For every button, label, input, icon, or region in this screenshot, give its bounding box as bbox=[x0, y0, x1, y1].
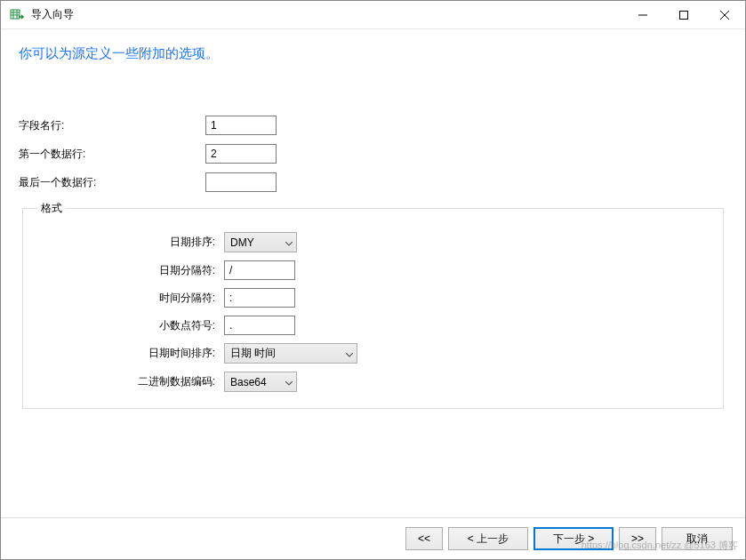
chevron-down-icon bbox=[346, 348, 353, 360]
chevron-down-icon bbox=[285, 236, 293, 249]
datetime-order-label: 日期时间排序: bbox=[37, 346, 224, 361]
decimal-sym-label: 小数点符号: bbox=[37, 318, 224, 333]
field-name-row-input[interactable] bbox=[205, 116, 277, 135]
content-area: 你可以为源定义一些附加的选项。 字段名行: 第一个数据行: 最后一个数据行: 格… bbox=[1, 29, 745, 409]
last-data-row: 最后一个数据行: bbox=[19, 172, 727, 192]
datetime-order-select[interactable]: 日期 时间 bbox=[224, 343, 357, 364]
maximize-button[interactable] bbox=[663, 1, 704, 29]
first-data-row: 第一个数据行: bbox=[19, 144, 727, 164]
window-title: 导入向导 bbox=[31, 7, 622, 22]
datetime-order-value: 日期 时间 bbox=[230, 346, 276, 361]
date-order-label: 日期排序: bbox=[37, 235, 224, 250]
date-order-select[interactable]: DMY bbox=[224, 232, 297, 252]
format-legend: 格式 bbox=[37, 201, 66, 216]
footer: << < 上一步 下一步 > >> 取消 bbox=[1, 517, 745, 559]
date-sep-input[interactable] bbox=[224, 260, 295, 280]
chevron-down-icon bbox=[285, 376, 293, 388]
date-sep-row: 日期分隔符: bbox=[37, 260, 709, 280]
headline: 你可以为源定义一些附加的选项。 bbox=[19, 45, 727, 62]
binary-enc-label: 二进制数据编码: bbox=[37, 374, 224, 389]
date-sep-label: 日期分隔符: bbox=[37, 263, 224, 278]
time-sep-row: 时间分隔符: bbox=[37, 288, 709, 308]
time-sep-label: 时间分隔符: bbox=[37, 291, 224, 306]
first-button[interactable]: << bbox=[405, 527, 443, 550]
decimal-sym-row: 小数点符号: bbox=[37, 316, 709, 335]
time-sep-input[interactable] bbox=[224, 288, 295, 308]
minimize-button[interactable] bbox=[622, 1, 663, 29]
svg-rect-6 bbox=[680, 11, 688, 19]
next-button[interactable]: 下一步 > bbox=[533, 527, 614, 550]
prev-button[interactable]: < 上一步 bbox=[448, 527, 528, 550]
format-group: 格式 日期排序: DMY 日期分隔符: 时间分隔符: 小数点符号: 日期时间排序… bbox=[22, 201, 724, 409]
datetime-order-row: 日期时间排序: 日期 时间 bbox=[37, 343, 709, 364]
last-data-row-input[interactable] bbox=[205, 172, 277, 192]
titlebar: 导入向导 bbox=[1, 1, 745, 29]
field-name-row: 字段名行: bbox=[19, 116, 727, 135]
binary-enc-select[interactable]: Base64 bbox=[224, 372, 297, 392]
first-data-row-input[interactable] bbox=[205, 144, 277, 164]
close-button[interactable] bbox=[704, 1, 745, 29]
cancel-button[interactable]: 取消 bbox=[662, 527, 733, 550]
svg-rect-0 bbox=[11, 10, 20, 19]
date-order-row: 日期排序: DMY bbox=[37, 232, 709, 252]
last-button[interactable]: >> bbox=[619, 527, 656, 550]
date-order-value: DMY bbox=[230, 236, 254, 249]
last-data-row-label: 最后一个数据行: bbox=[19, 175, 205, 190]
decimal-sym-input[interactable] bbox=[224, 316, 295, 335]
binary-enc-value: Base64 bbox=[230, 376, 267, 388]
first-data-row-label: 第一个数据行: bbox=[19, 147, 205, 162]
binary-enc-row: 二进制数据编码: Base64 bbox=[37, 372, 709, 392]
field-name-row-label: 字段名行: bbox=[19, 118, 205, 133]
app-icon bbox=[10, 8, 24, 22]
